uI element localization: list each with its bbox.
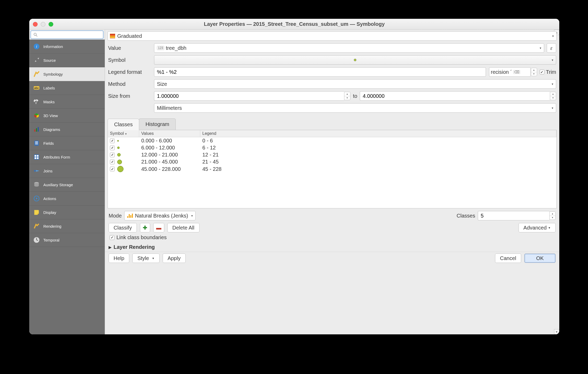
- table-row[interactable]: 0.000 - 6.0000 - 6: [108, 137, 556, 144]
- scroll-down-button[interactable]: [554, 329, 559, 334]
- table-row[interactable]: 12.000 - 21.00012 - 21: [108, 151, 556, 158]
- search-icon: [33, 32, 38, 37]
- window-controls: [33, 22, 53, 27]
- expression-button[interactable]: ε: [547, 43, 556, 53]
- row-checkbox[interactable]: [110, 146, 115, 150]
- masks-icon: abc: [33, 98, 40, 105]
- chevron-down-icon: ▼: [191, 214, 193, 217]
- row-checkbox[interactable]: [110, 167, 115, 171]
- renderer-select[interactable]: Graduated ▼: [108, 31, 557, 41]
- classes-input[interactable]: [478, 211, 549, 220]
- sidebar-item-masks[interactable]: abcMasks: [29, 95, 105, 109]
- joins-icon: [33, 167, 40, 174]
- auxiliary-storage-icon: [33, 181, 40, 188]
- tab-histogram[interactable]: Histogram: [139, 118, 176, 130]
- title-bar: Layer Properties — 2015_Street_Tree_Cens…: [29, 19, 559, 30]
- trim-checkbox[interactable]: [540, 70, 544, 74]
- style-button[interactable]: Style ▼: [132, 254, 160, 263]
- apply-button[interactable]: Apply: [163, 254, 186, 263]
- sidebar-item-fields[interactable]: Fields: [29, 136, 105, 150]
- sidebar-item-actions[interactable]: Actions: [29, 192, 105, 206]
- layer-rendering-expander[interactable]: Layer Rendering: [105, 243, 559, 252]
- value-field-select[interactable]: 123 tree_dbh ▼: [154, 43, 544, 53]
- table-row[interactable]: 45.000 - 228.00045 - 228: [108, 165, 556, 173]
- precision-spinner[interactable]: ▲▼: [531, 68, 537, 76]
- svg-rect-16: [35, 144, 38, 144]
- mode-select[interactable]: Natural Breaks (Jenks) ▼: [124, 211, 196, 220]
- symbol-dot-icon: [354, 59, 356, 61]
- svg-rect-12: [38, 127, 39, 131]
- delete-all-button[interactable]: Delete All: [167, 223, 199, 232]
- window-zoom-button[interactable]: [49, 22, 53, 27]
- size-from-spinbox[interactable]: ▲▼: [154, 91, 350, 101]
- sidebar-item-temporal[interactable]: Temporal: [29, 233, 105, 247]
- sidebar-item-symbology[interactable]: Symbology: [29, 67, 105, 81]
- search-input[interactable]: [39, 33, 101, 37]
- chevron-down-icon: ▼: [152, 257, 155, 260]
- size-unit-select[interactable]: Millimeters ▼: [154, 103, 556, 113]
- svg-rect-20: [34, 157, 36, 159]
- svg-marker-23: [36, 170, 39, 172]
- row-values: 21.000 - 45.000: [141, 159, 202, 165]
- classes-spinbox[interactable]: ▲▼: [478, 211, 556, 220]
- information-icon: i: [33, 43, 40, 50]
- table-header-values[interactable]: Values: [139, 130, 200, 137]
- table-header-legend[interactable]: Legend: [200, 130, 556, 137]
- ok-button[interactable]: OK: [524, 254, 556, 263]
- temporal-icon: [33, 236, 40, 244]
- row-checkbox[interactable]: [110, 138, 115, 143]
- help-button[interactable]: Help: [109, 254, 129, 263]
- svg-rect-10: [34, 129, 35, 132]
- sidebar-item-source[interactable]: Source: [29, 53, 105, 67]
- svg-marker-26: [36, 197, 38, 200]
- table-header-symbol[interactable]: Symbol▼: [108, 130, 139, 137]
- cancel-button[interactable]: Cancel: [495, 254, 521, 263]
- classes-spinner[interactable]: ▲▼: [549, 212, 556, 220]
- sidebar-item-display[interactable]: Display: [29, 206, 105, 219]
- size-from-input[interactable]: [154, 91, 344, 101]
- row-checkbox[interactable]: [110, 153, 115, 157]
- sidebar-item-3d-view[interactable]: 3D View: [29, 109, 105, 123]
- sidebar-item-diagrams[interactable]: Diagrams: [29, 123, 105, 136]
- sidebar-item-rendering[interactable]: Rendering: [29, 219, 105, 233]
- sidebar-item-information[interactable]: iInformation: [29, 40, 105, 53]
- size-from-label: Size from: [108, 93, 154, 99]
- row-values: 6.000 - 12.000: [141, 145, 202, 151]
- add-class-button[interactable]: ✚: [140, 223, 150, 232]
- row-values: 45.000 - 228.000: [141, 166, 202, 172]
- advanced-button[interactable]: Advanced ▼: [519, 223, 556, 232]
- legend-format-input[interactable]: [154, 67, 486, 77]
- link-boundaries-checkbox[interactable]: [110, 235, 114, 240]
- sidebar-item-label: Source: [43, 58, 56, 63]
- size-to-input[interactable]: [360, 91, 550, 101]
- sidebar-item-label: Labels: [43, 86, 55, 90]
- symbol-preview-button[interactable]: ▼: [154, 55, 556, 65]
- classify-button[interactable]: Classify: [109, 223, 137, 232]
- window-close-button[interactable]: [33, 22, 38, 27]
- sidebar-item-joins[interactable]: Joins: [29, 164, 105, 178]
- search-input-wrap[interactable]: [31, 31, 103, 39]
- renderer-label: Graduated: [117, 33, 142, 39]
- sidebar-item-attributes-form[interactable]: Attributes Form: [29, 150, 105, 164]
- sidebar-item-label: 3D View: [43, 113, 58, 118]
- sidebar-item-label: Actions: [43, 196, 56, 201]
- clear-icon[interactable]: ⌫: [513, 70, 520, 74]
- row-symbol-icon: [117, 147, 120, 149]
- actions-icon: [33, 195, 40, 202]
- size-to-spinner[interactable]: ▲▼: [550, 92, 556, 100]
- row-checkbox[interactable]: [110, 160, 115, 164]
- table-row[interactable]: 21.000 - 45.00021 - 45: [108, 158, 556, 165]
- sidebar-item-auxiliary-storage[interactable]: Auxiliary Storage: [29, 178, 105, 192]
- size-to-spinbox[interactable]: ▲▼: [360, 91, 556, 101]
- rendering-icon: [33, 222, 40, 230]
- size-from-spinner[interactable]: ▲▼: [344, 92, 350, 100]
- window-minimize-button[interactable]: [41, 22, 45, 27]
- sidebar-item-labels[interactable]: abcLabels: [29, 81, 105, 95]
- diagrams-icon: [33, 126, 40, 133]
- tab-classes[interactable]: Classes: [108, 119, 139, 130]
- remove-class-button[interactable]: ▬: [153, 223, 164, 232]
- table-row[interactable]: 6.000 - 12.0006 - 12: [108, 144, 556, 151]
- method-select[interactable]: Size ▼: [154, 79, 556, 89]
- svg-rect-19: [37, 155, 39, 157]
- precision-spinbox[interactable]: recision ´ ⌫: [489, 67, 531, 77]
